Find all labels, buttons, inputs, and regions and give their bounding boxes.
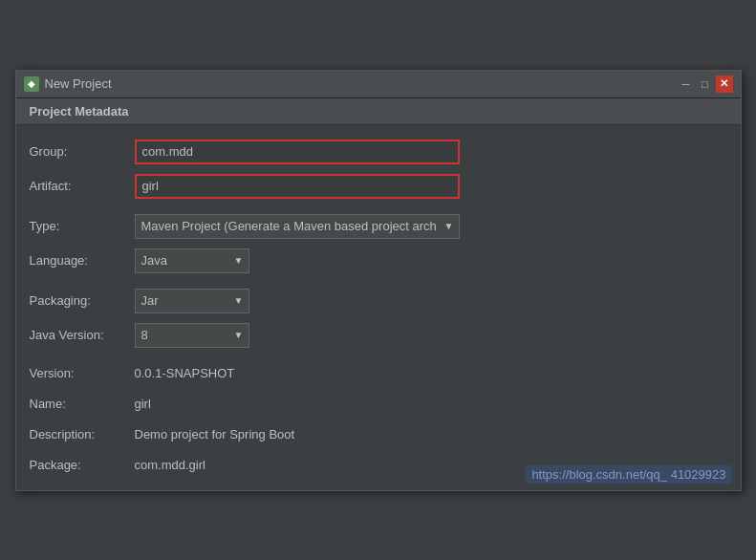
section-header: Project Metadata (16, 98, 741, 125)
description-label: Description: (30, 427, 135, 442)
window-controls: ─ □ ✕ (678, 75, 733, 93)
packaging-select[interactable]: Jar War (135, 289, 249, 313)
group-input[interactable] (135, 140, 460, 164)
packaging-select-wrapper: Jar War ▼ (135, 289, 249, 313)
name-row: Name: girl (16, 389, 741, 420)
window-icon: ◆ (24, 76, 39, 92)
minimize-button[interactable]: ─ (678, 75, 695, 93)
artifact-label: Artifact: (30, 179, 135, 193)
close-button[interactable]: ✕ (716, 75, 733, 93)
java-version-label: Java Version: (30, 328, 135, 342)
java-version-row: Java Version: 8 11 17 ▼ (16, 318, 741, 353)
description-row: Description: Demo project for Spring Boo… (16, 420, 741, 450)
packaging-label: Packaging: (30, 293, 135, 308)
name-label: Name: (30, 397, 135, 411)
package-row: Package: com.mdd.girl (16, 450, 741, 481)
language-select-wrapper: Java Kotlin Groovy ▼ (135, 248, 249, 273)
group-row: Group: (16, 135, 741, 169)
version-row: Version: 0.0.1-SNAPSHOT (16, 358, 741, 389)
type-select[interactable]: Maven Project (Generate a Maven based pr… (135, 214, 460, 239)
new-project-dialog: ◆ New Project ─ □ ✕ Project Metadata Gro… (15, 70, 742, 491)
type-row: Type: Maven Project (Generate a Maven ba… (16, 209, 741, 244)
version-value: 0.0.1-SNAPSHOT (135, 363, 235, 383)
java-version-select-wrapper: 8 11 17 ▼ (135, 323, 249, 348)
window-title: New Project (45, 76, 112, 91)
maximize-button[interactable]: □ (697, 75, 714, 93)
group-label: Group: (30, 144, 135, 159)
name-value: girl (135, 394, 151, 414)
version-label: Version: (30, 366, 135, 380)
language-select[interactable]: Java Kotlin Groovy (135, 248, 249, 273)
package-value: com.mdd.girl (135, 455, 205, 475)
java-version-select[interactable]: 8 11 17 (135, 323, 249, 348)
language-row: Language: Java Kotlin Groovy ▼ (16, 244, 741, 278)
form-content: Group: Artifact: Type: Maven Proj (16, 125, 741, 490)
type-label: Type: (30, 219, 135, 233)
title-bar: ◆ New Project ─ □ ✕ (16, 71, 741, 98)
description-value: Demo project for Spring Boot (135, 424, 295, 444)
package-label: Package: (30, 458, 135, 472)
artifact-row: Artifact: (16, 169, 741, 204)
packaging-row: Packaging: Jar War ▼ (16, 284, 741, 318)
language-label: Language: (30, 253, 135, 268)
type-select-wrapper: Maven Project (Generate a Maven based pr… (135, 214, 460, 239)
artifact-input[interactable] (135, 174, 460, 199)
